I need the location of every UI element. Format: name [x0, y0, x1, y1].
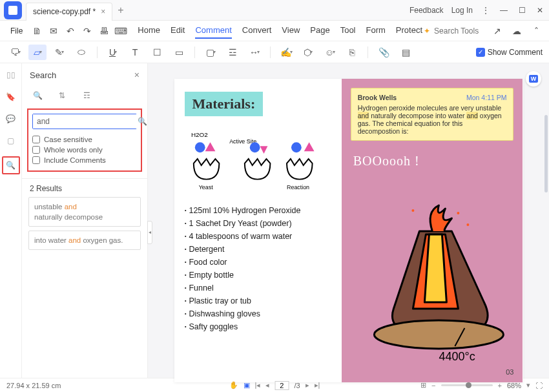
search-mode-find-icon[interactable]: 🔍: [31, 89, 44, 102]
left-rail: ▯▯ 🔖 💬 ▢ 🔍: [0, 63, 22, 378]
first-page-icon[interactable]: |◂: [255, 381, 261, 389]
minimize-icon[interactable]: —: [495, 1, 513, 19]
search-mode-replace-icon[interactable]: ⇅: [56, 89, 68, 102]
tab-page[interactable]: Page: [310, 23, 329, 39]
bookmarks-icon[interactable]: 🔖: [5, 90, 17, 103]
feedback-link[interactable]: Feedback: [406, 3, 448, 17]
hand-tool-icon[interactable]: ✋: [229, 381, 238, 389]
thumbnails-icon[interactable]: ▯▯: [5, 68, 17, 81]
select-tool-icon[interactable]: ▣: [243, 381, 250, 389]
link-tool-icon[interactable]: ⎘: [343, 45, 361, 60]
list-item: 1 Sachet Dry Yeast (powder): [185, 217, 331, 230]
undo-icon[interactable]: ↶: [63, 23, 78, 39]
note-author: Brook Wells: [358, 94, 397, 101]
new-tab-button[interactable]: +: [118, 5, 123, 16]
reaction-sketch: H2O2 Active Site Yeast Reaction: [185, 128, 331, 192]
preview-tool-icon[interactable]: ▤: [397, 45, 415, 60]
zoom-slider[interactable]: [441, 384, 493, 386]
search-tools-input[interactable]: [434, 26, 486, 36]
search-input[interactable]: [33, 114, 138, 129]
word-export-badge[interactable]: W: [526, 71, 541, 87]
tab-convert[interactable]: Convert: [242, 23, 272, 39]
search-panel-close-icon[interactable]: ×: [134, 70, 140, 80]
rect-tool-icon[interactable]: ▢▾: [202, 45, 220, 60]
tab-tool[interactable]: Tool: [340, 23, 356, 39]
search-input-row: 🔍: [32, 114, 137, 129]
close-window-icon[interactable]: ✕: [531, 1, 549, 19]
opt-case-sensitive[interactable]: Case sensitive: [32, 136, 137, 143]
redo-icon[interactable]: ↷: [79, 23, 95, 39]
search-mode-advanced-icon[interactable]: ☶: [80, 89, 93, 102]
list-item: Dishwashing gloves: [185, 307, 331, 320]
document-canvas[interactable]: ◂ W Materials: H2O2 Active Site Yeast: [148, 63, 549, 378]
svg-marker-4: [260, 146, 267, 154]
cloud-icon[interactable]: ☁: [509, 23, 524, 39]
signature-tool-icon[interactable]: ✍▾: [277, 45, 295, 60]
next-page-icon[interactable]: ▸: [306, 381, 309, 389]
comments-panel-icon[interactable]: 💬: [5, 112, 17, 125]
printer-icon[interactable]: 🖶: [96, 23, 112, 39]
tab-view[interactable]: View: [282, 23, 300, 39]
opt-include-comments[interactable]: Include Comments: [32, 156, 137, 164]
tab-form[interactable]: Form: [366, 23, 386, 39]
comment-note[interactable]: Brook Wells Mon 4:11 PM Hydrogen peroxid…: [351, 88, 514, 141]
save-icon[interactable]: 🗎: [29, 23, 45, 39]
textbox-tool-icon[interactable]: ☐: [148, 45, 166, 60]
callout-tool-icon[interactable]: ▭: [170, 45, 188, 60]
collapse-panel-handle[interactable]: ◂: [147, 221, 152, 244]
eraser-tool-icon[interactable]: ⬭: [72, 45, 90, 60]
file-menu[interactable]: File: [5, 26, 28, 36]
search-options: Case sensitive Whole words only Include …: [32, 136, 137, 164]
stamp2-tool-icon[interactable]: ⬡▾: [299, 45, 317, 60]
user-tool-icon[interactable]: ☺▾: [321, 45, 339, 60]
show-comment-toggle[interactable]: ✓ Show Comment: [476, 48, 543, 57]
tab-close-icon[interactable]: ×: [101, 7, 105, 16]
stamp-tool-icon[interactable]: ☲: [223, 45, 242, 60]
print-icon[interactable]: ✉: [46, 23, 61, 39]
login-link[interactable]: Log In: [448, 3, 477, 17]
titlebar: science-copy.pdf * × + Feedback Log In ⋮…: [0, 0, 549, 21]
underline-tool-icon[interactable]: U▾: [104, 45, 122, 60]
prev-page-icon[interactable]: ◂: [265, 381, 269, 389]
attach-tool-icon[interactable]: 📎: [375, 45, 393, 60]
search-result[interactable]: unstable and naturally decompose: [28, 197, 141, 227]
last-page-icon[interactable]: ▸|: [315, 381, 320, 389]
highlight-tool-icon[interactable]: ▱▾: [28, 45, 47, 60]
tab-home[interactable]: Home: [138, 23, 160, 39]
pen-tool-icon[interactable]: ✎▾: [50, 45, 68, 60]
maximize-icon[interactable]: ☐: [513, 1, 531, 19]
page-total: /3: [294, 382, 300, 389]
chevron-up-icon[interactable]: ˄: [528, 23, 544, 39]
attachments-icon[interactable]: ▢: [5, 134, 17, 147]
search-result[interactable]: into water and oxygen gas.: [28, 231, 141, 250]
tab-comment[interactable]: Comment: [195, 23, 231, 39]
checkbox[interactable]: [32, 146, 40, 154]
magic-icon[interactable]: ✦: [424, 26, 430, 36]
sketch-label-h2o2: H2O2: [191, 131, 207, 138]
note-tool-icon[interactable]: 🗨▾: [6, 45, 25, 60]
zoom-dropdown-icon[interactable]: ▾: [526, 381, 530, 389]
fullscreen-icon[interactable]: ⛶: [535, 382, 543, 389]
text-tool-icon[interactable]: T: [126, 45, 144, 60]
checkbox[interactable]: [32, 156, 40, 164]
scrollbar[interactable]: [544, 115, 548, 192]
volcano-illustration: 4400°c: [348, 199, 517, 367]
zoom-out-icon[interactable]: −: [431, 382, 435, 389]
tab-protect[interactable]: Protect: [396, 23, 422, 39]
checkbox[interactable]: [32, 136, 40, 143]
svg-point-3: [249, 142, 260, 152]
search-panel-icon[interactable]: 🔍: [5, 159, 17, 172]
list-item: Plastic tray or tub: [185, 294, 331, 307]
kebab-icon[interactable]: ⋮: [477, 1, 495, 19]
search-go-icon[interactable]: 🔍: [138, 114, 147, 129]
tab-edit[interactable]: Edit: [171, 23, 185, 39]
share-icon[interactable]: ↗: [490, 23, 505, 39]
page-input[interactable]: [274, 381, 289, 390]
zoom-in-icon[interactable]: +: [498, 382, 502, 389]
boom-text: BOOoooh !: [353, 154, 514, 169]
document-tab[interactable]: science-copy.pdf * ×: [26, 3, 112, 21]
mail-icon[interactable]: ⌨: [113, 23, 129, 39]
list-item: 4 tablespoons of warm water: [185, 230, 331, 243]
opt-whole-words[interactable]: Whole words only: [32, 146, 137, 154]
measure-tool-icon[interactable]: ↔▾: [245, 45, 264, 60]
